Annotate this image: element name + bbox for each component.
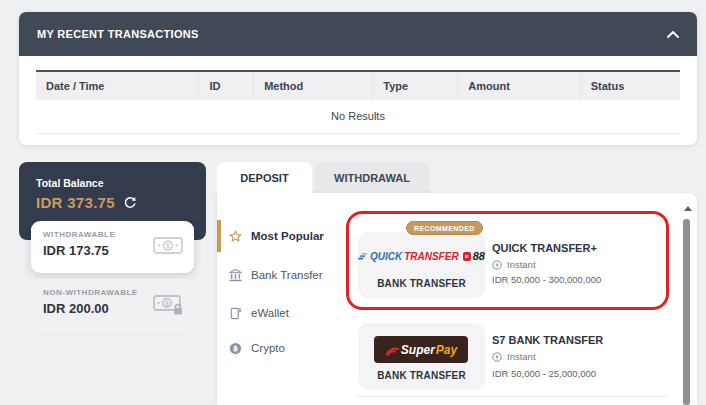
category-label: Bank Transfer — [251, 269, 323, 281]
method-limits: IDR 50,000 - 25,000,000 — [492, 368, 596, 379]
svg-text:$: $ — [165, 300, 169, 308]
tile-label: BANK TRANSFER — [358, 278, 485, 289]
deposit-panel: Most Popular Bank Transfer $ eWallet ฿ — [217, 193, 697, 405]
method-name: S7 BANK TRANSFER — [492, 334, 603, 346]
tab-withdrawal-label: WITHDRAWAL — [334, 172, 410, 184]
recommended-badge: RECOMMENDED — [406, 221, 483, 235]
category-label: eWallet — [251, 307, 289, 319]
ewallet-icon: $ — [229, 307, 242, 320]
tab-withdrawal[interactable]: WITHDRAWAL — [314, 162, 430, 194]
empty-row: No Results — [36, 100, 680, 134]
method-speed: Instant — [492, 351, 536, 362]
non-withdrawable-card: NON-WITHDRAWABLE IDR 200.00 $ — [31, 279, 194, 331]
category-crypto[interactable]: ฿ Crypto — [217, 332, 349, 364]
column-header-type: Type — [373, 71, 458, 100]
tab-deposit[interactable]: DEPOSIT — [217, 162, 312, 194]
star-icon — [229, 230, 242, 243]
column-header-amount: Amount — [458, 71, 580, 100]
bank-icon — [229, 269, 242, 282]
method-name: QUICK TRANSFER+ — [492, 242, 597, 254]
svg-text:฿: ฿ — [233, 344, 238, 353]
logo-mark-box: M — [463, 252, 471, 261]
category-label: Crypto — [251, 342, 285, 354]
refresh-balance-icon[interactable] — [123, 196, 137, 210]
recent-transactions-header[interactable]: MY RECENT TRANSACTIONS — [19, 12, 697, 56]
recent-transactions-panel: MY RECENT TRANSACTIONS Date / Time ID Me… — [19, 12, 697, 145]
transactions-table: Date / Time ID Method Type Amount Status… — [36, 70, 680, 134]
banknote-icon: $ — [153, 236, 183, 255]
scrollbar-thumb[interactable] — [683, 219, 690, 405]
collapse-chevron-icon[interactable] — [667, 31, 679, 38]
crypto-coin-icon: ฿ — [229, 342, 242, 355]
column-header-id: ID — [199, 71, 254, 100]
svg-text:$: $ — [238, 307, 242, 313]
superpay-tile[interactable]: Super Pay BANK TRANSFER — [358, 323, 485, 390]
logo-word-super: Super — [401, 343, 435, 357]
instant-icon — [492, 352, 502, 362]
category-most-popular[interactable]: Most Popular — [217, 220, 349, 252]
logo-word-transfer: TRANSFER — [404, 251, 458, 262]
logo-word-quick: QUICK — [370, 251, 402, 262]
column-header-date-time: Date / Time — [36, 71, 199, 100]
withdrawable-card: WITHDRAWABLE IDR 173.75 $ — [31, 221, 194, 273]
scrollbar-up-arrow[interactable] — [684, 206, 692, 211]
banknote-locked-icon: $ — [153, 294, 183, 315]
instant-icon — [492, 260, 502, 270]
svg-text:$: $ — [166, 242, 170, 250]
superpay-logo: Super Pay — [374, 336, 468, 363]
transactions-table-wrap: Date / Time ID Method Type Amount Status… — [36, 70, 680, 134]
superpay-swoosh-icon — [385, 343, 400, 356]
method-limits: IDR 50,000 - 300,000,000 — [492, 274, 601, 285]
quick-transfer-tile[interactable]: QUICK TRANSFER M 88 BANK TRANSFER — [358, 232, 485, 298]
category-bank-transfer[interactable]: Bank Transfer — [217, 259, 349, 291]
panel-title: MY RECENT TRANSACTIONS — [37, 28, 199, 40]
total-balance-label: Total Balance — [36, 177, 206, 189]
column-header-method: Method — [254, 71, 373, 100]
table-header-row: Date / Time ID Method Type Amount Status — [36, 71, 680, 100]
logo-number: 88 — [473, 250, 485, 262]
quick-transfer-logo: QUICK TRANSFER M 88 — [358, 250, 485, 262]
method-speed: Instant — [492, 259, 536, 270]
logo-word-pay: Pay — [436, 343, 457, 357]
method-divider — [358, 396, 668, 397]
speed-lines-icon — [358, 252, 368, 261]
category-ewallet[interactable]: $ eWallet — [217, 297, 349, 329]
no-results-text: No Results — [36, 100, 680, 134]
total-balance-value: IDR 373.75 — [36, 194, 115, 211]
tile-label: BANK TRANSFER — [358, 370, 485, 381]
tab-deposit-label: DEPOSIT — [240, 172, 288, 184]
category-label: Most Popular — [251, 230, 324, 242]
column-header-status: Status — [580, 71, 680, 100]
